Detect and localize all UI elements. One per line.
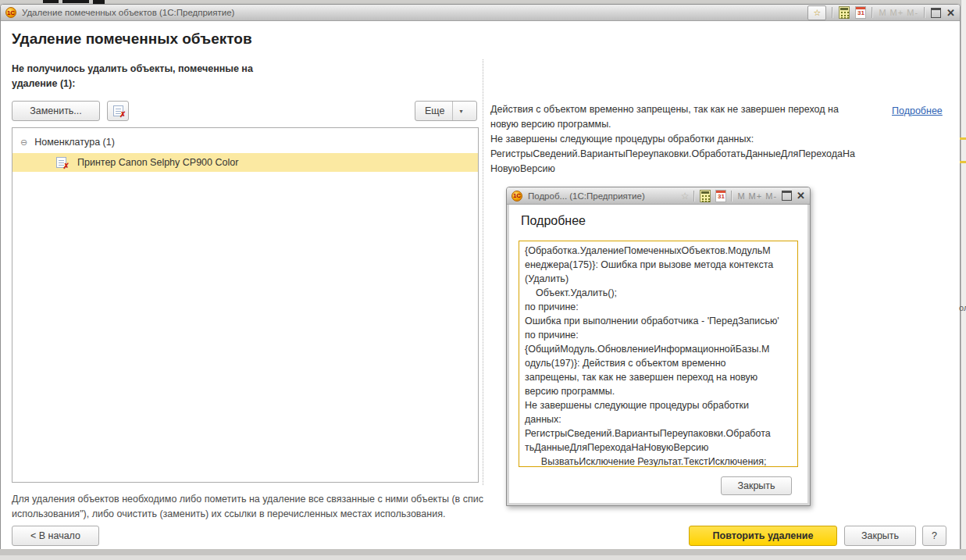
collapse-icon[interactable]: ⊖	[20, 138, 27, 147]
tree-item-label: Принтер Canon Selphy CP900 Color	[77, 157, 238, 168]
favorites-star-button[interactable]: ☆	[807, 5, 826, 20]
edge-yellow-mark	[960, 161, 966, 163]
desktop-background	[0, 549, 966, 555]
dialog-heading: Подробнее	[521, 214, 586, 228]
close-icon[interactable]: ✕	[797, 191, 805, 201]
titlebar-separator	[924, 7, 925, 18]
objects-tree[interactable]: ⊖ Номенклатура (1) ✗ Принтер Canon Selph…	[12, 127, 479, 483]
tree-group-label: Номенклатура (1)	[34, 137, 115, 148]
background-window-fragment	[43, 0, 59, 3]
screen: 1С Удаление помеченных объектов (1С:Пред…	[0, 0, 966, 560]
delete-reference-button[interactable]: ✗	[107, 101, 129, 121]
desktop-background	[0, 555, 966, 560]
marked-for-deletion-icon: ✗	[56, 157, 66, 168]
tree-group-row[interactable]: ⊖ Номенклатура (1)	[12, 133, 478, 152]
main-window: 1С Удаление помеченных объектов (1С:Пред…	[0, 4, 961, 550]
main-titlebar[interactable]: 1С Удаление помеченных объектов (1С:Пред…	[1, 5, 960, 21]
details-link[interactable]: Подробнее	[892, 105, 943, 116]
edge-text-fragment: ол	[959, 303, 966, 312]
dialog-body: Подробнее {Обработка.УдалениеПомеченныхО…	[509, 205, 807, 503]
calculator-icon[interactable]	[700, 190, 711, 202]
calculator-icon[interactable]	[839, 6, 850, 19]
close-icon[interactable]: ✕	[946, 8, 955, 18]
document-red-x-icon: ✗	[113, 105, 123, 116]
tree-item-row[interactable]: ✗ Принтер Canon Selphy CP900 Color	[12, 153, 478, 172]
help-button[interactable]: ?	[922, 526, 946, 546]
1c-logo-icon: 1С	[512, 191, 522, 202]
dialog-close-button[interactable]: Закрыть	[721, 476, 792, 495]
page-title: Удаление помеченных объектов	[12, 30, 252, 48]
close-button[interactable]: Закрыть	[844, 526, 916, 546]
maximize-icon[interactable]	[782, 191, 792, 201]
memory-buttons: M M+ M-	[737, 191, 777, 201]
dialog-title: Подроб... (1С:Предприятие)	[528, 191, 645, 201]
maximize-icon[interactable]	[931, 8, 941, 18]
deletion-hint-text: Для удаления объектов необходимо либо по…	[12, 492, 543, 522]
panel-splitter[interactable]	[483, 59, 483, 485]
background-window-fragment	[62, 0, 89, 3]
titlebar-separator	[731, 191, 733, 202]
back-to-start-button[interactable]: < В начало	[12, 526, 99, 546]
edge-yellow-mark	[960, 137, 966, 140]
restriction-reason-text: Действия с объектом временно запрещены, …	[490, 102, 885, 177]
titlebar-separator	[872, 7, 873, 18]
retry-deletion-button[interactable]: Повторить удаление	[689, 526, 837, 546]
error-details-textarea[interactable]: {Обработка.УдалениеПомеченныхОбъектов.Мо…	[519, 241, 798, 467]
titlebar-separator	[832, 7, 833, 18]
background-window-sliver	[961, 0, 966, 560]
failed-to-delete-message: Не получилось удалить объекты, помеченны…	[12, 62, 308, 91]
titlebar-separator	[693, 191, 695, 202]
replace-button[interactable]: Заменить...	[12, 101, 100, 121]
window-title: Удаление помеченных объектов (1С:Предпри…	[22, 8, 234, 17]
dialog-titlebar[interactable]: 1С Подроб... (1С:Предприятие) ☆ 31 M M+ …	[507, 187, 810, 205]
memory-buttons: M M+ M-	[879, 8, 918, 17]
details-dialog: 1С Подроб... (1С:Предприятие) ☆ 31 M M+ …	[506, 187, 811, 506]
chevron-down-icon: ▾	[452, 102, 462, 120]
1c-logo-icon: 1С	[5, 7, 16, 18]
favorites-star-icon: ☆	[681, 191, 690, 202]
more-button[interactable]: Еще ▾	[415, 101, 477, 121]
calendar-icon[interactable]: 31	[715, 190, 726, 202]
calendar-icon[interactable]: 31	[855, 6, 866, 19]
